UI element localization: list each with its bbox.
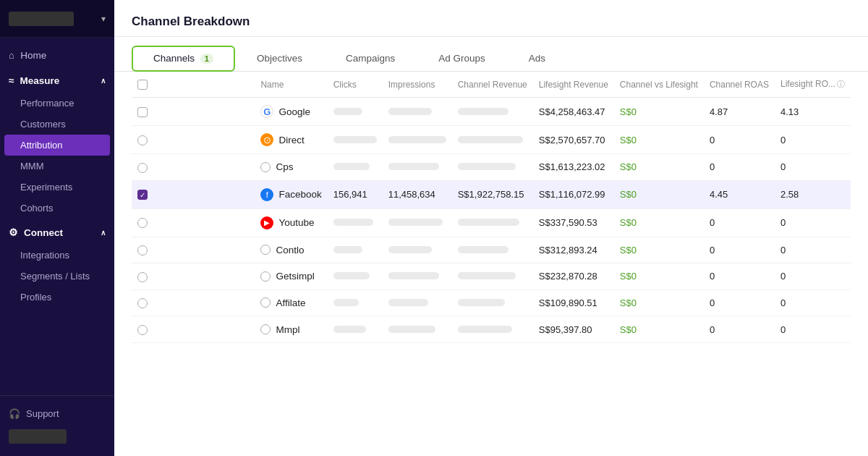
sidebar-item-connect[interactable]: ⚙ Connect ∧: [0, 220, 114, 245]
table-row: ✓ f Facebook 156,941 11,458,634 S$1,922,…: [132, 180, 851, 208]
row-channel-vs-lifesight-cell: S$0: [614, 98, 704, 126]
row-channel-revenue-cell: [452, 208, 533, 237]
channel-name: Getsimpl: [260, 271, 321, 282]
tab-channels[interactable]: Channels 1: [132, 46, 235, 72]
lifesight-roas-value: 0: [780, 297, 786, 308]
blurred-impressions: [388, 272, 439, 279]
select-all-checkbox[interactable]: [137, 80, 148, 90]
row-lifesight-roas-cell: 0: [775, 263, 851, 290]
row-clicks-cell: [328, 316, 383, 343]
row-clicks-cell: [328, 154, 383, 181]
row-radio[interactable]: [137, 218, 148, 228]
row-channel-vs-lifesight-cell: S$0: [614, 290, 704, 316]
row-impressions-cell: 11,458,634: [383, 180, 452, 208]
sidebar-item-profiles[interactable]: Profiles: [0, 287, 114, 308]
tab-objectives[interactable]: Objectives: [235, 46, 324, 71]
row-select-cell[interactable]: [132, 98, 255, 126]
row-checkbox[interactable]: ✓: [137, 190, 148, 200]
sidebar-section-home: ⌂ Home: [0, 43, 114, 67]
blurred-clicks: [333, 219, 373, 226]
lifesight-revenue-value: S$2,570,657.70: [539, 135, 605, 145]
lifesight-revenue-value: S$109,890.51: [539, 297, 597, 308]
row-impressions-cell: [383, 263, 452, 290]
blurred-clicks: [333, 326, 366, 333]
row-checkbox[interactable]: [137, 107, 148, 117]
row-select-cell[interactable]: [132, 208, 255, 237]
table-row: Mmpl S$95,397.80 S$0 0 0: [132, 316, 851, 343]
sidebar-item-customers[interactable]: Customers: [0, 114, 114, 135]
row-lifesight-revenue-cell: S$95,397.80: [533, 316, 614, 343]
blurred-revenue: [458, 246, 509, 253]
row-radio[interactable]: [137, 135, 148, 145]
row-select-cell[interactable]: [132, 263, 255, 290]
tab-adgroups[interactable]: Ad Groups: [417, 46, 507, 71]
row-lifesight-roas-cell: 0: [775, 154, 851, 181]
table-row: ▶ Youtube S$337,590.53 S$0 0 0: [132, 208, 851, 237]
channel-vs-lifesight-value: S$0: [620, 135, 637, 145]
lifesight-roas-value: 2.58: [780, 189, 799, 200]
blurred-impressions: [388, 163, 439, 170]
row-name-cell: Cps: [255, 154, 327, 181]
row-radio[interactable]: [137, 298, 148, 308]
row-select-cell[interactable]: [132, 237, 255, 263]
row-channel-revenue-cell: [452, 237, 533, 263]
tab-campaigns[interactable]: Campaigns: [324, 46, 417, 71]
row-clicks-cell: [328, 263, 383, 290]
row-radio[interactable]: [137, 163, 148, 173]
sidebar-item-mmm[interactable]: MMM: [0, 156, 114, 177]
row-radio[interactable]: [137, 272, 148, 282]
sidebar-item-label: Performance: [20, 98, 74, 109]
sidebar-item-support[interactable]: 🎧 Support: [9, 403, 106, 424]
col-header-channel-revenue: Channel Revenue: [452, 72, 533, 98]
table-row: Contlo S$312,893.24 S$0 0 0: [132, 237, 851, 263]
sidebar-item-label: Measure: [20, 75, 59, 86]
row-channel-revenue-cell: [452, 126, 533, 154]
col-header-lifesight-roas: Lifesight RO...ⓘ: [775, 72, 851, 98]
channel-name: ▶ Youtube: [260, 216, 321, 229]
lifesight-revenue-value: S$312,893.24: [539, 245, 597, 256]
sidebar-item-segments[interactable]: Segments / Lists: [0, 266, 114, 287]
channel-name: ⊙ Direct: [260, 133, 321, 146]
page-header: Channel Breakdown: [114, 0, 868, 37]
sidebar-item-measure[interactable]: ≈ Measure ∧: [0, 69, 114, 93]
row-select-cell[interactable]: [132, 290, 255, 316]
row-channel-roas-cell: 0: [704, 154, 775, 181]
row-radio[interactable]: [137, 325, 148, 335]
sidebar-item-experiments[interactable]: Experiments: [0, 177, 114, 198]
sidebar-item-attribution[interactable]: Attribution: [4, 135, 110, 156]
row-channel-roas-cell: 0: [704, 290, 775, 316]
channel-vs-lifesight-value: S$0: [620, 297, 637, 308]
row-lifesight-roas-cell: 2.58: [775, 180, 851, 208]
row-radio[interactable]: [137, 245, 148, 256]
tab-ads[interactable]: Ads: [507, 46, 567, 71]
sidebar-item-label: Profiles: [20, 292, 51, 303]
sidebar-item-home[interactable]: ⌂ Home: [0, 43, 114, 67]
chevron-up-icon: ∧: [101, 77, 106, 85]
sidebar-nav: ⌂ Home ≈ Measure ∧ Performance Customers…: [0, 38, 114, 395]
lifesight-roas-value: 0: [780, 324, 786, 335]
channel-vs-lifesight-value: S$0: [620, 324, 637, 335]
row-select-cell[interactable]: [132, 316, 255, 343]
channel-vs-lifesight-value: S$0: [620, 245, 637, 256]
row-lifesight-roas-cell: 0: [775, 290, 851, 316]
sidebar-item-label: Home: [20, 50, 46, 61]
channel-name-text: Facebook: [278, 189, 321, 200]
sidebar-item-performance[interactable]: Performance: [0, 93, 114, 114]
tabs-bar: Channels 1 Objectives Campaigns Ad Group…: [114, 37, 868, 72]
blurred-revenue: [458, 219, 519, 226]
channel-vs-lifesight-value: S$0: [620, 189, 637, 200]
row-select-cell[interactable]: ✓: [132, 180, 255, 208]
row-impressions-cell: [383, 98, 452, 126]
row-select-cell[interactable]: [132, 154, 255, 181]
channel-name: Mmpl: [260, 324, 321, 335]
clicks-value: 156,941: [333, 189, 367, 200]
blurred-clicks: [333, 136, 377, 143]
youtube-icon: ▶: [260, 216, 273, 229]
row-select-cell[interactable]: [132, 126, 255, 154]
blurred-clicks: [333, 299, 359, 306]
blurred-impressions: [388, 299, 428, 306]
sidebar-user-avatar[interactable]: [9, 424, 106, 449]
sidebar-item-integrations[interactable]: Integrations: [0, 245, 114, 266]
chevron-down-icon[interactable]: ▾: [101, 14, 106, 24]
sidebar-item-cohorts[interactable]: Cohorts: [0, 198, 114, 219]
